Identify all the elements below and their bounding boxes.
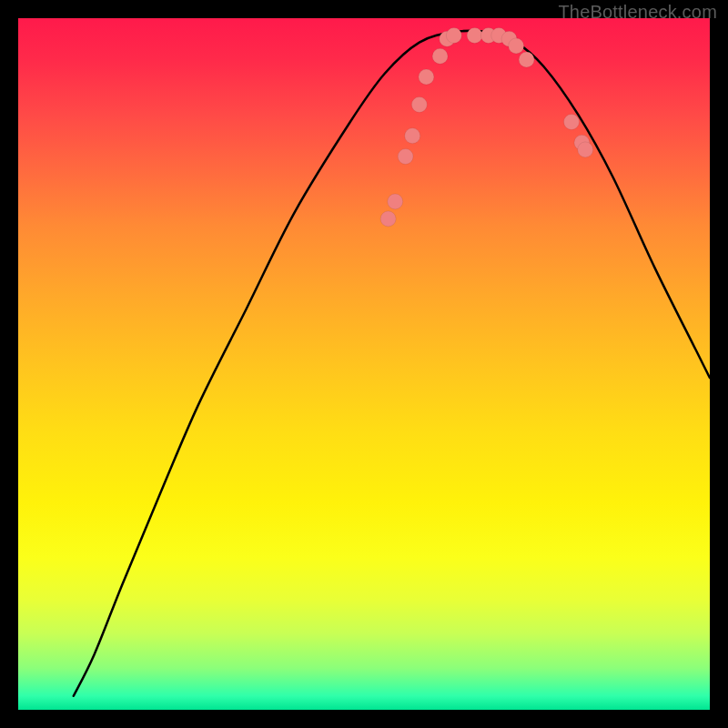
scatter-dot — [446, 28, 461, 44]
scatter-dot — [467, 28, 482, 44]
chart-svg — [18, 18, 710, 710]
plot-area — [18, 18, 710, 710]
chart-frame — [18, 18, 710, 710]
scatter-dot — [564, 115, 580, 130]
scatter-dot — [398, 149, 413, 165]
scatter-dot — [411, 97, 427, 113]
scatter-dot — [405, 128, 420, 144]
scatter-group — [380, 28, 593, 227]
bottleneck-curve — [74, 31, 710, 696]
scatter-dot — [578, 142, 593, 157]
scatter-dot — [432, 48, 448, 64]
scatter-dot — [419, 69, 434, 85]
scatter-dot — [509, 38, 524, 54]
scatter-dot — [519, 52, 534, 67]
scatter-dot — [380, 211, 396, 227]
scatter-dot — [388, 194, 403, 209]
